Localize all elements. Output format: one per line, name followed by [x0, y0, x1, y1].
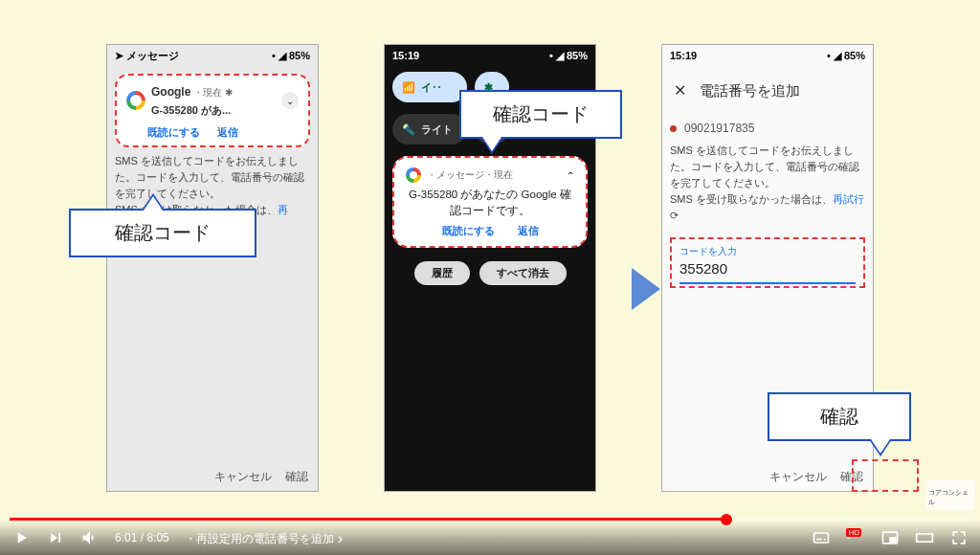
callout-confirm: 確認: [768, 392, 911, 441]
chevron-up-icon[interactable]: ⌃: [567, 170, 574, 181]
close-icon[interactable]: ✕: [674, 79, 686, 102]
google-icon: [406, 167, 421, 183]
chapter-title[interactable]: ・再設定用の電話番号を追加: [185, 529, 343, 547]
notif-app-name: Google: [151, 85, 190, 99]
time-display: 6:01 / 8:05: [115, 531, 169, 544]
svg-rect-5: [917, 534, 933, 542]
code-input-box[interactable]: コードを入力 355280: [670, 237, 865, 288]
status-bar: ➤ メッセージ • ◢ 85%: [107, 45, 318, 66]
svg-rect-4: [890, 538, 896, 542]
status-bar: 15:19 • ◢ 85%: [385, 45, 595, 66]
notif-time: ・現在: [193, 87, 222, 98]
status-bar: 15:19 • ◢ 85%: [662, 45, 873, 66]
code-input-value: 355280: [679, 258, 856, 284]
settings-button[interactable]: HD: [846, 528, 865, 547]
reply-action[interactable]: 返信: [217, 124, 238, 141]
phone-number-row: 09021917835: [670, 120, 865, 137]
notif-message: G-355280 があ...: [151, 102, 233, 119]
theater-button[interactable]: [915, 528, 934, 547]
chevron-down-icon[interactable]: ⌄: [281, 92, 299, 109]
next-button[interactable]: [46, 528, 65, 547]
confirm-button[interactable]: 確認: [285, 469, 308, 485]
svg-rect-1: [816, 539, 822, 541]
retry-link[interactable]: 再試行: [833, 193, 864, 205]
status-time: 15:19: [670, 50, 697, 61]
status-right: • ◢ 85%: [549, 50, 588, 62]
slide-canvas: ➤ メッセージ • ◢ 85% Google ・現在 ✱ G-355280 があ…: [0, 0, 980, 555]
player-controls: 6:01 / 8:05 ・再設定用の電話番号を追加 HD: [0, 521, 980, 555]
miniplayer-button[interactable]: [880, 528, 900, 547]
qs-internet-chip[interactable]: 📶 イ‥: [392, 72, 467, 102]
confirm-highlight-box: [852, 459, 919, 492]
body-text: SMS を送信してコードをお伝えしました。コードを入力して、電話番号の確認を完了…: [670, 143, 865, 191]
callout-confirm-code-2: 確認コード: [459, 90, 622, 139]
mark-read-action[interactable]: 既読にする: [147, 124, 200, 141]
body-text-2: SMS を受け取らなかった場合は、再試行 ⟳: [670, 191, 865, 224]
page-title: 電話番号を追加: [700, 80, 800, 102]
status-right: • ◢ 85%: [827, 50, 865, 62]
notification-card[interactable]: ・メッセージ・現在 ⌃ G-355280 があなたの Google 確認コードで…: [392, 156, 588, 248]
status-time: 15:19: [392, 50, 419, 61]
channel-watermark[interactable]: コアコンシェル: [926, 480, 974, 509]
notification-card[interactable]: Google ・現在 ✱ G-355280 があ... ⌄ 既読にする 返信: [115, 74, 310, 147]
clear-all-chip[interactable]: すべて消去: [479, 261, 567, 285]
status-right: • ◢ 85%: [272, 50, 310, 62]
arrow-icon: [632, 268, 660, 310]
mark-read-action[interactable]: 既読にする: [442, 224, 495, 238]
qs-light-chip[interactable]: 🔦 ライト: [392, 114, 467, 144]
phone-1: ➤ メッセージ • ◢ 85% Google ・現在 ✱ G-355280 があ…: [106, 44, 319, 492]
callout-confirm-code-1: 確認コード: [69, 209, 256, 257]
fullscreen-button[interactable]: [949, 528, 969, 547]
svg-rect-2: [824, 539, 827, 541]
play-button[interactable]: [11, 528, 31, 547]
google-icon: [126, 91, 145, 110]
video-player: ➤ メッセージ • ◢ 85% Google ・現在 ✱ G-355280 があ…: [0, 0, 980, 555]
svg-rect-0: [814, 533, 829, 543]
cancel-button[interactable]: キャンセル: [769, 469, 827, 485]
reply-action[interactable]: 返信: [518, 224, 539, 238]
code-input-label: コードを入力: [679, 245, 856, 258]
cancel-button[interactable]: キャンセル: [214, 469, 272, 485]
subtitles-button[interactable]: [812, 528, 831, 547]
notif-body-text: G-355280 があなたの Google 確認コードです。: [406, 187, 574, 220]
volume-button[interactable]: [80, 528, 100, 547]
history-chip[interactable]: 履歴: [414, 261, 470, 285]
status-app-label: ➤ メッセージ: [115, 49, 179, 63]
notif-header-line: ・メッセージ・現在: [427, 168, 513, 182]
